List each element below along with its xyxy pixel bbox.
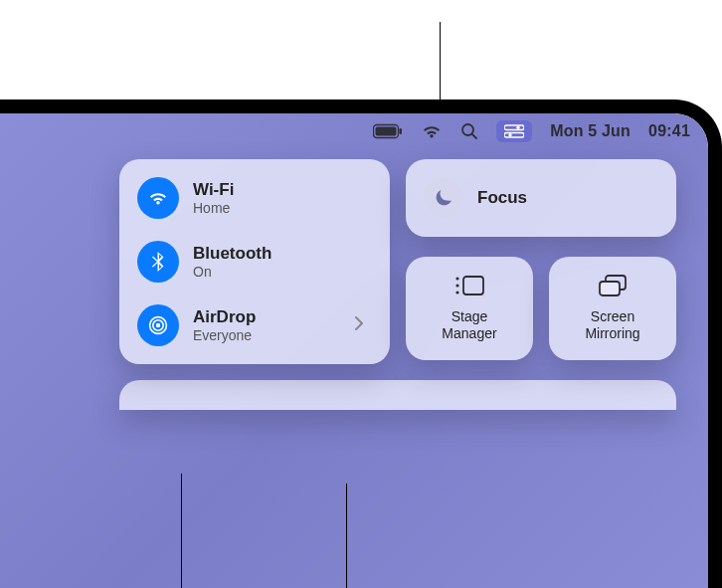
next-row-partial <box>119 380 676 410</box>
wifi-icon <box>147 190 169 206</box>
svg-point-6 <box>516 126 519 129</box>
stage-manager-card[interactable]: Stage Manager <box>406 257 533 360</box>
airdrop-label: AirDrop <box>193 307 256 327</box>
svg-point-13 <box>455 285 458 288</box>
menubar-time[interactable]: 09:41 <box>648 122 690 140</box>
menu-bar: Mon 5 Jun 09:41 <box>0 113 708 149</box>
wifi-menubar-icon[interactable] <box>421 123 443 139</box>
bluetooth-icon <box>151 251 165 273</box>
airdrop-toggle[interactable] <box>137 304 179 346</box>
svg-point-8 <box>508 133 511 136</box>
desktop: Mon 5 Jun 09:41 Wi-Fi Home <box>0 113 708 588</box>
focus-toggle[interactable] <box>424 178 463 218</box>
callout-line-bottom-1 <box>181 474 182 588</box>
device-bezel: Mon 5 Jun 09:41 Wi-Fi Home <box>0 99 722 588</box>
wifi-toggle[interactable] <box>137 177 179 219</box>
wifi-label: Wi-Fi <box>193 180 234 200</box>
focus-label: Focus <box>477 188 527 208</box>
svg-rect-5 <box>504 125 524 130</box>
svg-rect-17 <box>600 282 620 295</box>
svg-rect-7 <box>504 133 524 138</box>
svg-rect-2 <box>400 128 403 134</box>
screen-mirroring-card[interactable]: Screen Mirroring <box>549 257 676 360</box>
wifi-status: Home <box>193 200 234 216</box>
svg-line-4 <box>472 134 476 138</box>
screen-mirroring-icon <box>599 275 627 300</box>
svg-rect-1 <box>376 127 397 136</box>
focus-card[interactable]: Focus <box>406 159 676 237</box>
screen-mirroring-label: Screen Mirroring <box>585 308 639 342</box>
bluetooth-toggle[interactable] <box>137 241 179 283</box>
control-center-menubar-icon[interactable] <box>496 120 532 142</box>
svg-point-14 <box>455 292 458 294</box>
stage-manager-icon <box>454 275 484 300</box>
stage-manager-label: Stage Manager <box>442 308 496 342</box>
battery-icon[interactable] <box>373 123 403 139</box>
search-icon[interactable] <box>460 122 478 140</box>
moon-icon <box>434 188 453 208</box>
svg-point-12 <box>455 278 458 281</box>
chevron-right-icon[interactable] <box>354 315 364 335</box>
wifi-row[interactable]: Wi-Fi Home <box>137 177 374 219</box>
airdrop-icon <box>146 313 170 337</box>
bluetooth-row[interactable]: Bluetooth On <box>137 241 374 283</box>
connectivity-card: Wi-Fi Home Bluetooth On <box>119 159 390 364</box>
control-center-panel: Wi-Fi Home Bluetooth On <box>119 159 676 410</box>
bluetooth-label: Bluetooth <box>193 244 271 264</box>
svg-point-9 <box>156 323 160 327</box>
bluetooth-status: On <box>193 264 271 280</box>
menubar-date[interactable]: Mon 5 Jun <box>550 122 631 140</box>
airdrop-row[interactable]: AirDrop Everyone <box>137 304 374 346</box>
callout-line-top <box>440 22 441 105</box>
svg-rect-15 <box>463 277 483 294</box>
callout-line-bottom-2 <box>346 484 347 588</box>
airdrop-status: Everyone <box>193 327 256 343</box>
